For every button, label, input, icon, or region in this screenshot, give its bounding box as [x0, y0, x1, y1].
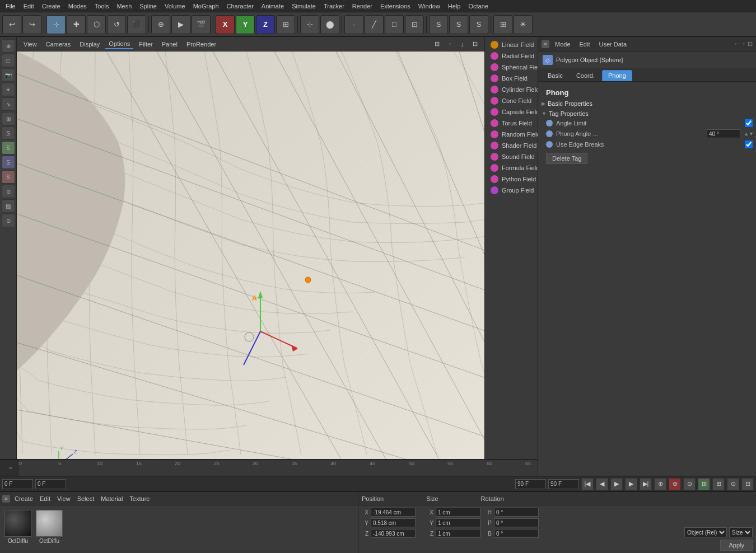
scale-tool[interactable]: ⬛ — [127, 15, 146, 34]
apply-button[interactable]: Apply — [720, 540, 753, 551]
s4-btn[interactable]: S — [2, 170, 15, 184]
autokey-btn[interactable]: ⊙ — [683, 478, 696, 490]
viewport[interactable]: View Cameras Display Options Filter Pane… — [17, 37, 484, 491]
end-frame-input2[interactable] — [548, 479, 579, 489]
material-item-2[interactable]: OctDiffu — [36, 510, 63, 544]
jump-start-btn[interactable]: |◀ — [581, 478, 594, 490]
pos-x-input[interactable] — [371, 508, 416, 517]
size-x-input[interactable] — [436, 508, 480, 517]
edge-mode[interactable]: ╱ — [365, 15, 384, 34]
attr-back-btn[interactable]: ← — [734, 40, 740, 48]
redo-button[interactable]: ↪ — [22, 15, 41, 34]
menu-edit[interactable]: Edit — [20, 2, 38, 11]
rot-p-input[interactable] — [494, 518, 539, 527]
display-menu[interactable]: Display — [76, 40, 103, 49]
anim-settings-btn[interactable]: ⊙ — [727, 478, 739, 490]
delete-tag-button[interactable]: Delete Tag — [546, 153, 587, 164]
rot-b-input[interactable] — [494, 529, 539, 538]
next-frame-btn[interactable]: ▶ — [625, 478, 637, 490]
light-btn[interactable]: ☀ — [514, 15, 533, 34]
prorender-menu[interactable]: ProRender — [183, 40, 220, 49]
mat-material-menu[interactable]: Material — [99, 494, 125, 503]
menu-extensions[interactable]: Extensions — [377, 2, 414, 11]
move-tool-btn[interactable]: ⊕ — [2, 39, 15, 53]
mat-select-menu[interactable]: Select — [75, 494, 97, 503]
start-frame-input[interactable] — [2, 479, 33, 489]
motion-path[interactable]: S — [449, 15, 468, 34]
point-mode[interactable]: · — [344, 15, 363, 34]
size-y-input[interactable] — [436, 518, 480, 527]
solo-mode[interactable]: S — [429, 15, 448, 34]
world-axis-btn[interactable]: ⊞ — [276, 15, 295, 34]
size-z-input[interactable] — [436, 529, 480, 538]
render-view[interactable]: ▶ — [171, 15, 190, 34]
menu-volume[interactable]: Volume — [161, 2, 189, 11]
obj-mode[interactable]: ⊡ — [405, 15, 424, 34]
timeline-collapse[interactable]: ≡ — [2, 460, 19, 476]
motion-btn[interactable]: ⊞ — [698, 478, 710, 490]
x-axis-btn[interactable]: X — [216, 15, 235, 34]
menu-create[interactable]: Create — [39, 2, 64, 11]
vp-more-btn[interactable]: ⊡ — [469, 39, 481, 49]
menu-render[interactable]: Render — [349, 2, 376, 11]
rec-keyframe-btn[interactable]: ⊕ — [669, 478, 681, 490]
mat-edit-menu[interactable]: Edit — [38, 494, 53, 503]
undo-button[interactable]: ↩ — [2, 15, 21, 34]
mat-create-menu[interactable]: Create — [12, 494, 35, 503]
coord-rel-dropdown[interactable]: Object (Rel) — [684, 527, 727, 537]
mat-texture-menu[interactable]: Texture — [127, 494, 152, 503]
edge-breaks-checkbox[interactable] — [745, 140, 753, 148]
prev-frame-btn[interactable]: ◀ — [596, 478, 608, 490]
poly-mode[interactable]: □ — [385, 15, 404, 34]
snap-btn[interactable]: ⊹ — [300, 15, 319, 34]
angle-limit-checkbox[interactable] — [745, 119, 753, 127]
play-btn[interactable]: ▶ — [610, 478, 623, 490]
snap-options[interactable]: ⬤ — [320, 15, 339, 34]
s6-btn[interactable]: ▧ — [2, 199, 15, 213]
jump-end-btn[interactable]: ▶| — [640, 478, 652, 490]
add-tool[interactable]: ✚ — [67, 15, 86, 34]
menu-modes[interactable]: Modes — [65, 2, 90, 11]
vp-up-btn[interactable]: ↑ — [445, 40, 455, 49]
tab-coord[interactable]: Coord. — [570, 70, 601, 81]
tab-phong[interactable]: Phong — [602, 70, 632, 81]
phong-angle-input[interactable] — [707, 129, 740, 138]
y-axis-btn[interactable]: Y — [236, 15, 255, 34]
s2-btn[interactable]: S — [2, 141, 15, 154]
attr-more-btn[interactable]: ⊡ — [748, 40, 753, 48]
rotate-tool[interactable]: ↺ — [107, 15, 126, 34]
record-btn[interactable]: ⊕ — [654, 478, 666, 490]
end-frame-input1[interactable] — [515, 479, 546, 489]
phong-angle-stepper[interactable]: ▲▼ — [744, 131, 753, 137]
menu-file[interactable]: File — [2, 2, 19, 11]
motion-blur[interactable]: S — [469, 15, 488, 34]
menu-tools[interactable]: Tools — [91, 2, 113, 11]
rot-h-input[interactable] — [494, 508, 539, 517]
menu-window[interactable]: Window — [415, 2, 444, 11]
menu-character[interactable]: Character — [223, 2, 257, 11]
menu-spline[interactable]: Spline — [136, 2, 160, 11]
attr-mode-menu[interactable]: Mode — [552, 40, 574, 49]
transform-tool[interactable]: ⬡ — [87, 15, 106, 34]
pos-z-input[interactable] — [371, 529, 416, 538]
basic-properties-section[interactable]: ▶ Basic Properties — [542, 98, 753, 108]
pos-y-input[interactable] — [371, 518, 416, 527]
render-region[interactable]: ⊕ — [151, 15, 170, 34]
spline-side-btn[interactable]: ∿ — [2, 97, 15, 111]
menu-simulate[interactable]: Simulate — [288, 2, 319, 11]
grid-view[interactable]: ⊞ — [493, 15, 512, 34]
z-axis-btn[interactable]: Z — [256, 15, 275, 34]
obj-btn[interactable]: □ — [2, 54, 15, 67]
menu-animate[interactable]: Animate — [258, 2, 287, 11]
material-item-1[interactable]: OctDiffu — [4, 510, 31, 544]
deform-btn[interactable]: S — [2, 126, 15, 140]
preview-btn[interactable]: ⊞ — [712, 478, 725, 490]
options-menu[interactable]: Options — [105, 39, 133, 49]
maximize-btn[interactable]: ⊞ — [431, 39, 443, 49]
panel-menu[interactable]: Panel — [158, 40, 181, 49]
nurbs-btn[interactable]: ⊞ — [2, 112, 15, 125]
menu-help[interactable]: Help — [445, 2, 464, 11]
selection-tool[interactable]: ⊹ — [46, 15, 66, 34]
tab-basic[interactable]: Basic — [542, 70, 569, 81]
s3-btn[interactable]: S — [2, 156, 15, 169]
